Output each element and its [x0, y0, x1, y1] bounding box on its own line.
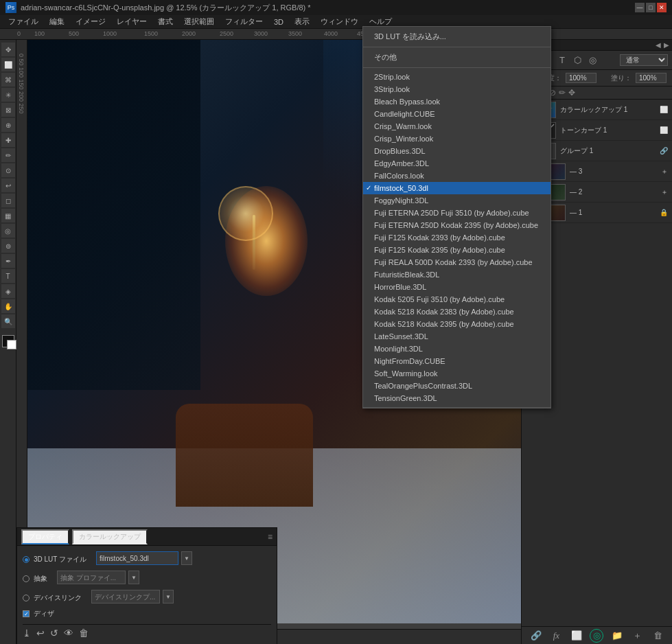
- delete-icon[interactable]: 🗑: [79, 628, 89, 639]
- tool-heal[interactable]: ✚: [1, 133, 15, 147]
- dropdown-item-14[interactable]: Fuji F125 Kodak 2395 (by Adobe).cube: [363, 244, 551, 256]
- dropdown-item-24[interactable]: Soft_Warming.look: [363, 367, 551, 380]
- maximize-button[interactable]: □: [646, 3, 656, 12]
- download-icon[interactable]: ⤓: [23, 628, 31, 639]
- dropdown-item-17[interactable]: HorrorBlue.3DL: [363, 281, 551, 293]
- device-value-display[interactable]: デバイスリンクプ...: [91, 590, 160, 603]
- layers-icon-smart[interactable]: ◎: [586, 54, 599, 67]
- dropdown-item-7[interactable]: EdgyAmber.3DL: [363, 157, 551, 170]
- lut-dropdown-arrow[interactable]: ▼: [181, 551, 192, 565]
- dropdown-item-6[interactable]: DropBlues.3DL: [363, 145, 551, 157]
- properties-close-button[interactable]: ≡: [268, 532, 273, 542]
- abstract-value-display[interactable]: 抽象 プロファイ...: [57, 571, 126, 584]
- tool-zoom[interactable]: 🔍: [1, 314, 15, 328]
- dropdown-item-13[interactable]: Fuji F125 Kodak 2393 (by Adobe).cube: [363, 231, 551, 244]
- dropdown-item-23[interactable]: NightFromDay.CUBE: [363, 355, 551, 367]
- dropdown-item-10[interactable]: FoggyNight.3DL: [363, 194, 551, 207]
- tool-crop[interactable]: ⊠: [1, 103, 15, 117]
- dropdown-item-16[interactable]: FuturisticBleak.3DL: [363, 268, 551, 281]
- dropdown-item-22[interactable]: Moonlight.3DL: [363, 343, 551, 355]
- menu-edit[interactable]: 編集: [44, 15, 70, 28]
- radio-row-devicelink[interactable]: デバイスリンク デバイスリンクプ... ▼: [23, 590, 271, 606]
- tool-eraser[interactable]: ◻: [1, 194, 15, 207]
- dropdown-item-18[interactable]: Kodak 5205 Fuji 3510 (by Adobe).cube: [363, 293, 551, 306]
- tool-shape[interactable]: ◈: [1, 284, 15, 298]
- opacity-input[interactable]: [566, 73, 596, 83]
- tool-history[interactable]: ↩: [1, 179, 15, 192]
- layer-fx-button[interactable]: fx: [549, 629, 563, 643]
- tool-eyedropper[interactable]: ⊕: [1, 118, 15, 132]
- tab-properties[interactable]: プロパティ: [21, 529, 69, 544]
- dropdown-item-other[interactable]: その他: [363, 50, 551, 65]
- checkbox-row-dither[interactable]: ✓ ディザ: [23, 609, 271, 619]
- menu-image[interactable]: イメージ: [70, 15, 111, 28]
- tool-pen[interactable]: ✒: [1, 254, 15, 268]
- tool-hand[interactable]: ✋: [1, 299, 15, 313]
- minimize-button[interactable]: —: [635, 3, 645, 12]
- menu-file[interactable]: ファイル: [3, 15, 44, 28]
- new-group-button[interactable]: 📁: [610, 629, 624, 643]
- adjustment-layer-button[interactable]: ◎: [590, 629, 603, 643]
- dropdown-item-4[interactable]: Crisp_Warm.look: [363, 120, 551, 133]
- dropdown-item-19[interactable]: Kodak 5218 Kodak 2383 (by Adobe).cube: [363, 306, 551, 318]
- layer-add-icon[interactable]: ＋: [661, 167, 668, 176]
- visibility-icon[interactable]: 👁: [64, 628, 73, 639]
- dropdown-item-8[interactable]: FallColors.look: [363, 170, 551, 182]
- lock-pixels[interactable]: ✏: [559, 88, 566, 97]
- blendmode-select[interactable]: 通常: [620, 54, 668, 66]
- radio-row-abstract[interactable]: 抽象 抽象 プロファイ... ▼: [23, 571, 271, 587]
- panel-collapse-left[interactable]: ◀: [656, 41, 661, 49]
- panel-collapse-right[interactable]: ▶: [664, 41, 669, 49]
- radio-devicelink[interactable]: [23, 595, 30, 601]
- tool-select[interactable]: ⬜: [1, 58, 15, 71]
- tool-dodge[interactable]: ⊚: [1, 239, 15, 253]
- layers-icon-shape[interactable]: ⬡: [571, 54, 583, 67]
- dropdown-item-25[interactable]: TealOrangePlusContrast.3DL: [363, 380, 551, 392]
- tool-lasso[interactable]: ⌘: [1, 73, 15, 87]
- dropdown-item-5[interactable]: Crisp_Winter.look: [363, 133, 551, 145]
- dropdown-item-1[interactable]: 3Strip.look: [363, 83, 551, 95]
- dropdown-item-3[interactable]: Candlelight.CUBE: [363, 108, 551, 120]
- dropdown-item-20[interactable]: Kodak 5218 Kodak 2395 (by Adobe).cube: [363, 318, 551, 330]
- undo-icon[interactable]: ↩: [36, 628, 45, 639]
- link-layers-button[interactable]: 🔗: [529, 629, 543, 643]
- tool-brush[interactable]: ✏: [1, 148, 15, 162]
- fill-input[interactable]: [636, 73, 667, 83]
- add-mask-button[interactable]: ⬜: [570, 629, 583, 643]
- dropdown-item-26[interactable]: TensionGreen.3DL: [363, 392, 551, 404]
- menu-filter[interactable]: フィルター: [220, 15, 268, 28]
- tool-type[interactable]: T: [1, 269, 15, 283]
- menu-format[interactable]: 書式: [152, 15, 178, 28]
- tool-clone[interactable]: ⊙: [1, 163, 15, 177]
- radio-3dlut[interactable]: [23, 556, 30, 563]
- tool-blur[interactable]: ◎: [1, 224, 15, 238]
- tool-move[interactable]: ✥: [1, 43, 15, 56]
- dropdown-item-21[interactable]: LateSunset.3DL: [363, 330, 551, 343]
- layer-add-icon2[interactable]: ＋: [661, 187, 668, 197]
- delete-layer-button[interactable]: 🗑: [651, 629, 664, 643]
- abstract-dropdown-arrow[interactable]: ▼: [128, 571, 139, 584]
- dropdown-item-12[interactable]: Fuji ETERNA 250D Kodak 2395 (by Adobe).c…: [363, 219, 551, 231]
- menu-select[interactable]: 選択範囲: [178, 15, 220, 28]
- lut-value-display[interactable]: filmstock_50.3dl: [96, 551, 178, 565]
- tool-magic[interactable]: ✳: [1, 88, 15, 102]
- tab-lut[interactable]: カラールックアップ: [72, 529, 148, 544]
- reset-icon[interactable]: ↺: [50, 628, 58, 639]
- close-button[interactable]: ✕: [657, 3, 667, 12]
- layers-icon-type[interactable]: T: [556, 54, 568, 67]
- menu-layer[interactable]: レイヤー: [111, 15, 152, 28]
- tool-gradient[interactable]: ▦: [1, 209, 15, 222]
- menu-view[interactable]: 表示: [289, 15, 315, 28]
- new-layer-button[interactable]: ＋: [631, 629, 645, 643]
- menu-3d[interactable]: 3D: [268, 16, 289, 27]
- dither-checkbox[interactable]: ✓: [23, 610, 30, 617]
- foreground-color[interactable]: [2, 335, 14, 347]
- dropdown-item-11[interactable]: Fuji ETERNA 250D Fuji 3510 (by Adobe).cu…: [363, 207, 551, 219]
- dropdown-item-load3dlut[interactable]: 3D LUT を読み込み...: [363, 30, 551, 44]
- dropdown-item-15[interactable]: Fuji REALA 500D Kodak 2393 (by Adobe).cu…: [363, 256, 551, 268]
- menu-window[interactable]: ウィンドウ: [315, 15, 364, 28]
- dropdown-item-2[interactable]: Bleach Bypass.look: [363, 95, 551, 108]
- device-dropdown-arrow[interactable]: ▼: [163, 590, 174, 603]
- dropdown-item-9[interactable]: filmstock_50.3dl: [363, 182, 551, 194]
- lock-position[interactable]: ✥: [568, 88, 575, 97]
